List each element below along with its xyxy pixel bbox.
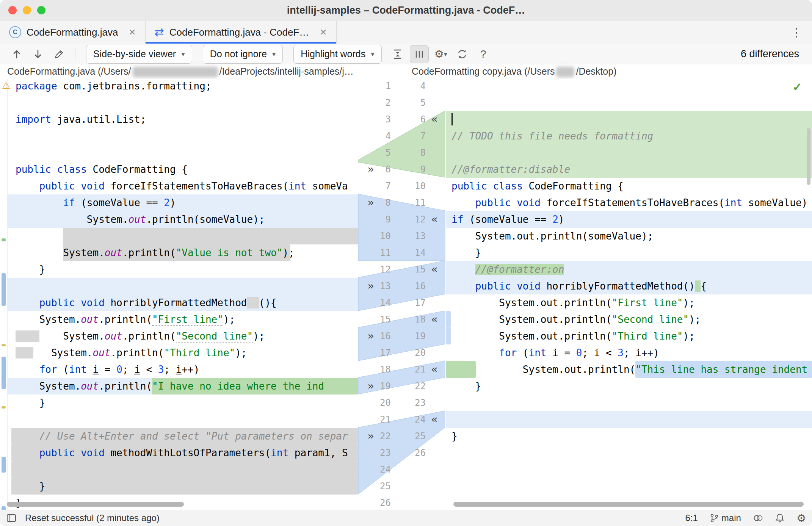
synchronize-scrolling-button[interactable] bbox=[410, 45, 429, 63]
left-line-number: 12 bbox=[366, 261, 391, 278]
inspection-warning-icon[interactable]: ⚠ bbox=[2, 80, 10, 91]
code-line[interactable]: System.out.println("This line has strang… bbox=[446, 361, 812, 378]
code-line[interactable] bbox=[446, 478, 812, 495]
code-line[interactable]: System.out.println("Second line"); bbox=[7, 328, 358, 344]
code-line[interactable]: // Use Alt+Enter and select "Put paramet… bbox=[7, 428, 358, 445]
gutter-row: 1720 bbox=[358, 344, 446, 361]
edit-pencil-icon[interactable] bbox=[50, 45, 68, 63]
inspection-ok-icon[interactable]: ✓ bbox=[793, 80, 802, 94]
code-line[interactable]: System.out.println("Third line"); bbox=[446, 328, 812, 344]
code-line[interactable]: } bbox=[7, 261, 358, 278]
right-line-number: 9 bbox=[401, 161, 426, 178]
left-horizontal-scrollbar[interactable] bbox=[7, 502, 184, 507]
code-line[interactable]: if (someValue == 2) bbox=[446, 211, 812, 228]
code-line[interactable] bbox=[446, 461, 812, 478]
code-line[interactable]: if (someValue == 2) bbox=[7, 194, 358, 211]
left-line-number: 23 bbox=[366, 445, 391, 461]
code-line[interactable] bbox=[7, 128, 358, 144]
ide-services-icon[interactable] bbox=[752, 513, 763, 523]
code-line[interactable]: //@formatter:disable bbox=[446, 161, 812, 178]
apply-change-left-icon[interactable]: « bbox=[426, 361, 442, 378]
code-line[interactable]: public void forceIfStatementsToHaveBrace… bbox=[7, 178, 358, 194]
viewer-mode-select[interactable]: Side-by-side viewer ▾ bbox=[86, 45, 192, 64]
code-line[interactable]: System.out.println("Value is not two"); bbox=[7, 244, 358, 261]
stripe-mark-blue[interactable] bbox=[2, 357, 6, 389]
code-line[interactable]: public class CodeFormatting { bbox=[7, 161, 358, 178]
diff-settings-gear-button[interactable]: ⚙ ▾ bbox=[432, 45, 450, 63]
code-line[interactable]: } bbox=[446, 244, 812, 261]
code-line[interactable] bbox=[446, 111, 812, 128]
code-line[interactable] bbox=[446, 445, 812, 461]
stripe-mark-warning[interactable] bbox=[2, 344, 6, 346]
close-tab-icon[interactable]: ✕ bbox=[129, 27, 136, 38]
code-line[interactable]: public void forceIfStatementsToHaveBrace… bbox=[446, 194, 812, 211]
left-editor-pane[interactable]: package com.jetbrains.formatting;import … bbox=[7, 79, 358, 510]
apply-change-left-icon[interactable]: « bbox=[426, 261, 442, 278]
swap-sides-button[interactable] bbox=[453, 45, 471, 63]
code-line[interactable]: import java.util.List; bbox=[7, 111, 358, 128]
code-line[interactable] bbox=[446, 394, 812, 411]
code-line[interactable] bbox=[446, 411, 812, 428]
code-line[interactable] bbox=[7, 461, 358, 478]
previous-difference-button[interactable] bbox=[8, 45, 26, 63]
code-line[interactable]: } bbox=[446, 378, 812, 394]
next-difference-button[interactable] bbox=[29, 45, 47, 63]
stripe-mark-warning[interactable] bbox=[2, 406, 6, 409]
code-line[interactable] bbox=[446, 94, 812, 111]
whitespace-ignore-select[interactable]: Do not ignore ▾ bbox=[203, 45, 283, 64]
apply-change-left-icon[interactable]: « bbox=[426, 111, 442, 128]
code-line[interactable] bbox=[446, 79, 812, 94]
diff-icon: ⇄ bbox=[155, 27, 164, 38]
code-line[interactable]: System.out.println(someValue); bbox=[7, 211, 358, 228]
notifications-bell-icon[interactable] bbox=[774, 513, 785, 523]
error-stripe[interactable] bbox=[0, 79, 8, 510]
tool-window-toggle-icon[interactable] bbox=[6, 513, 17, 523]
code-line[interactable]: System.out.println("First line"); bbox=[446, 294, 812, 311]
stripe-mark-blue[interactable] bbox=[2, 273, 6, 306]
code-line[interactable]: System.out.println(someValue); bbox=[446, 228, 812, 244]
stripe-mark-blue[interactable] bbox=[2, 457, 6, 473]
code-line[interactable]: System.out.println("I have no idea where… bbox=[7, 378, 358, 394]
tab-codeformatting[interactable]: C CodeFormatting.java ✕ bbox=[0, 21, 146, 44]
tab-diff-codeformatting[interactable]: ⇄ CodeFormatting.java - CodeF… ✕ bbox=[146, 21, 337, 44]
code-line[interactable]: public void horriblyFormattedMethod (){ bbox=[7, 294, 358, 311]
git-branch-widget[interactable]: main bbox=[709, 513, 741, 523]
right-horizontal-scrollbar[interactable] bbox=[453, 502, 804, 507]
code-line[interactable] bbox=[7, 278, 358, 294]
help-button[interactable]: ? bbox=[474, 45, 492, 63]
code-line[interactable]: public void horriblyFormattedMethod() { bbox=[446, 278, 812, 294]
code-line[interactable] bbox=[7, 411, 358, 428]
code-line[interactable]: for (int i = 0; i < 3; i++) bbox=[446, 344, 812, 361]
apply-change-left-icon[interactable]: « bbox=[426, 411, 442, 428]
code-line[interactable] bbox=[446, 144, 812, 161]
right-editor-pane[interactable]: // TODO this file needs formatting//@for… bbox=[446, 79, 812, 510]
apply-change-left-icon[interactable]: « bbox=[426, 211, 442, 228]
code-line[interactable]: //@formatter:on bbox=[446, 261, 812, 278]
stripe-mark-blue[interactable] bbox=[2, 506, 6, 510]
close-tab-icon[interactable]: ✕ bbox=[320, 27, 327, 38]
code-line[interactable]: for (int i = 0; i < 3; i++) bbox=[7, 361, 358, 378]
code-line[interactable]: System.out.println("Second line"); bbox=[446, 311, 812, 328]
stripe-mark-green[interactable] bbox=[2, 238, 6, 241]
caret-position[interactable]: 6:1 bbox=[685, 513, 698, 523]
code-line[interactable]: package com.jetbrains.formatting; bbox=[7, 79, 358, 94]
collapse-unchanged-button[interactable] bbox=[389, 45, 407, 63]
tab-options-kebab-icon[interactable]: ⋮ bbox=[788, 26, 805, 39]
code-line[interactable]: System.out.println("Third line"); bbox=[7, 344, 358, 361]
code-line[interactable]: } bbox=[446, 428, 812, 445]
code-line[interactable]: } bbox=[7, 478, 358, 495]
apply-change-left-icon[interactable]: « bbox=[426, 311, 442, 328]
gutter-row: »811 bbox=[358, 194, 446, 211]
code-line[interactable]: System.out.println("First line"); bbox=[7, 311, 358, 328]
code-line[interactable]: public class CodeFormatting { bbox=[446, 178, 812, 194]
code-line[interactable] bbox=[7, 144, 358, 161]
code-line[interactable]: } bbox=[7, 394, 358, 411]
right-line-number: 4 bbox=[401, 79, 426, 94]
code-line[interactable]: // TODO this file needs formatting bbox=[446, 128, 812, 144]
highlight-mode-select[interactable]: Highlight words ▾ bbox=[293, 45, 381, 64]
code-line[interactable]: public void methodWithLotsOfParameters(i… bbox=[7, 445, 358, 461]
code-line[interactable] bbox=[7, 94, 358, 111]
settings-gear-icon[interactable]: ⚙ bbox=[796, 512, 806, 524]
code-line[interactable] bbox=[7, 228, 358, 244]
vertical-scrollbar[interactable] bbox=[807, 128, 810, 185]
